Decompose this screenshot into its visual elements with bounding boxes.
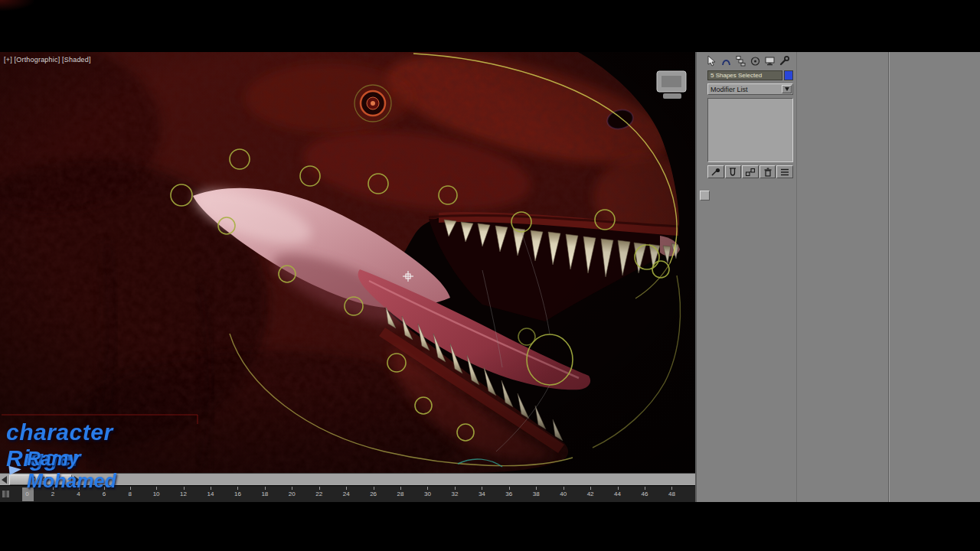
tick-label: 18 bbox=[261, 488, 268, 500]
tick-label: 44 bbox=[614, 488, 621, 500]
eye-controller[interactable] bbox=[354, 85, 391, 122]
object-name-field[interactable]: 5 Shapes Selected bbox=[707, 70, 782, 80]
panel-divider bbox=[695, 52, 697, 502]
viewport-canvas[interactable] bbox=[0, 52, 695, 473]
modifier-stack-toolbar bbox=[707, 165, 793, 178]
tick-label: 24 bbox=[343, 488, 350, 500]
tick-label: 22 bbox=[315, 488, 322, 500]
tick-label: 46 bbox=[642, 488, 648, 500]
create-arrow-icon bbox=[706, 55, 717, 67]
tab-display[interactable] bbox=[763, 54, 776, 67]
pin-stack-button[interactable] bbox=[707, 165, 724, 178]
pin-icon bbox=[710, 168, 721, 177]
list-icon bbox=[779, 168, 790, 177]
trash-icon bbox=[763, 168, 773, 177]
object-name-row: 5 Shapes Selected bbox=[707, 70, 793, 80]
tick-label: 36 bbox=[505, 488, 512, 500]
viewport-label[interactable]: [+] [Orthographic] [Shaded] bbox=[4, 56, 91, 64]
modifier-list-dropdown[interactable]: Modifier List bbox=[707, 83, 793, 95]
make-unique-button[interactable] bbox=[742, 165, 759, 178]
utilities-wrench-icon bbox=[779, 55, 790, 67]
hierarchy-boxes-icon bbox=[735, 55, 746, 67]
command-panel-tabs bbox=[705, 54, 791, 67]
video-artifact bbox=[0, 0, 34, 11]
tick-label: 10 bbox=[153, 488, 160, 500]
remove-modifier-button[interactable] bbox=[760, 165, 776, 178]
display-monitor-icon bbox=[764, 55, 776, 67]
letterbox-bottom bbox=[0, 502, 980, 551]
command-panel: 5 Shapes Selected Modifier List bbox=[695, 52, 980, 502]
rollout-chip[interactable] bbox=[700, 191, 710, 201]
tab-utilities[interactable] bbox=[778, 54, 791, 67]
modify-curve-icon bbox=[720, 55, 732, 67]
tick-label: 20 bbox=[289, 488, 296, 500]
tick-label: 32 bbox=[451, 488, 458, 500]
tick-label: 16 bbox=[234, 488, 241, 500]
test-tube-icon bbox=[727, 168, 738, 177]
tab-motion[interactable] bbox=[749, 54, 762, 67]
tick-label: 14 bbox=[207, 488, 214, 500]
overlay-author-row: Ramy Mohamed bbox=[9, 448, 116, 492]
arrow-icon bbox=[8, 465, 21, 475]
motion-wheel-icon bbox=[750, 55, 761, 67]
tick-label: 40 bbox=[560, 488, 567, 500]
panel-column-divider bbox=[796, 52, 797, 502]
tick-label: 34 bbox=[479, 488, 485, 500]
tick-label: 26 bbox=[370, 488, 377, 500]
viewport[interactable]: [+] [Orthographic] [Shaded] bbox=[0, 52, 695, 473]
tick-label: 38 bbox=[533, 488, 540, 500]
overlay-author: Ramy Mohamed bbox=[27, 448, 116, 492]
object-color-swatch[interactable] bbox=[784, 70, 793, 80]
tick-label: 30 bbox=[424, 488, 431, 500]
tab-hierarchy[interactable] bbox=[734, 54, 747, 67]
tick-label: 8 bbox=[127, 488, 132, 500]
modifier-list-label: Modifier List bbox=[710, 86, 748, 93]
letterbox-top bbox=[0, 0, 980, 52]
trackbar-ticks: 0246810121416182022242628303234363840424… bbox=[24, 488, 675, 500]
modifier-stack-list[interactable] bbox=[707, 98, 793, 162]
configure-modifier-sets-button[interactable] bbox=[776, 165, 793, 178]
tick-label: 42 bbox=[587, 488, 594, 500]
panel-right-divider-highlight bbox=[889, 52, 890, 502]
make-unique-icon bbox=[745, 168, 756, 177]
vignette bbox=[0, 52, 695, 473]
previous-frame-icon[interactable] bbox=[2, 476, 7, 484]
chevron-down-icon[interactable] bbox=[782, 85, 792, 93]
mini-curve-editor-icon[interactable] bbox=[2, 491, 9, 497]
show-end-result-button[interactable] bbox=[725, 165, 742, 178]
tab-create[interactable] bbox=[705, 54, 718, 67]
tick-label: 12 bbox=[180, 488, 187, 500]
tab-modify[interactable] bbox=[720, 54, 733, 67]
tick-label: 28 bbox=[397, 488, 404, 500]
tick-label: 48 bbox=[668, 488, 675, 500]
